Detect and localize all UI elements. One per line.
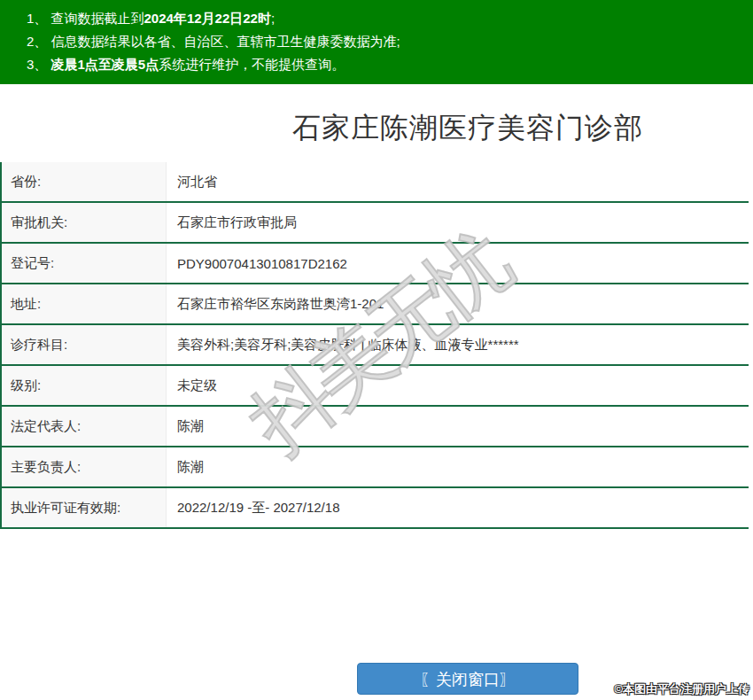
notice-text: 1、 查询数据截止到 — [27, 11, 144, 26]
button-row: 〖关闭窗口〗 — [0, 663, 753, 695]
notice-item: 2、 信息数据结果以各省、自治区、直辖市卫生健康委数据为准; — [27, 30, 744, 53]
page-title: 石家庄陈潮医疗美容门诊部 — [182, 113, 753, 142]
notice-text: ; — [271, 11, 275, 26]
table-row: 级别: 未定级 — [2, 366, 749, 407]
field-label: 省份: — [2, 162, 167, 201]
notice-text: 2、 信息数据结果以各省、自治区、直辖市卫生健康委数据为准; — [27, 34, 400, 49]
field-label: 法定代表人: — [2, 407, 167, 446]
notice-bold-text: 2024年12月22日22时 — [144, 11, 271, 26]
field-value: 河北省 — [167, 162, 217, 201]
field-label: 诊疗科目: — [2, 325, 167, 364]
table-row: 诊疗科目: 美容外科;美容牙科;美容皮肤科 | 临床体液、血液专业****** — [2, 325, 749, 366]
field-label: 登记号: — [2, 244, 167, 283]
field-value: 未定级 — [167, 366, 217, 405]
field-label: 主要负责人: — [2, 447, 167, 486]
notice-item: 1、 查询数据截止到2024年12月22日22时; — [27, 7, 744, 30]
field-value: PDY90070413010817D2162 — [167, 244, 347, 283]
table-row: 法定代表人: 陈潮 — [2, 407, 749, 447]
table-row: 审批机关: 石家庄市行政审批局 — [2, 203, 749, 244]
table-row: 地址: 石家庄市裕华区东岗路世奥湾1-201 — [2, 284, 749, 325]
info-table: 省份: 河北省 审批机关: 石家庄市行政审批局 登记号: PDY90070413… — [0, 162, 749, 529]
field-value: 石家庄市裕华区东岗路世奥湾1-201 — [167, 284, 384, 323]
field-value: 石家庄市行政审批局 — [167, 203, 297, 242]
field-value: 美容外科;美容牙科;美容皮肤科 | 临床体液、血液专业****** — [167, 325, 519, 364]
table-row: 登记号: PDY90070413010817D2162 — [2, 244, 749, 284]
close-window-button[interactable]: 〖关闭窗口〗 — [357, 663, 578, 695]
notice-bold-text: 凌晨1点至凌晨5点 — [51, 57, 159, 72]
notice-bar: 1、 查询数据截止到2024年12月22日22时; 2、 信息数据结果以各省、自… — [0, 0, 753, 84]
field-value: 陈潮 — [167, 447, 204, 486]
field-label: 执业许可证有效期: — [2, 488, 167, 527]
table-row: 省份: 河北省 — [2, 162, 749, 203]
field-label: 级别: — [2, 366, 167, 405]
field-value: 陈潮 — [167, 407, 204, 446]
notice-text: 3、 — [27, 57, 51, 72]
table-row: 主要负责人: 陈潮 — [2, 447, 749, 488]
notice-text: 系统进行维护，不能提供查询。 — [159, 57, 345, 72]
field-label: 地址: — [2, 284, 167, 323]
field-label: 审批机关: — [2, 203, 167, 242]
field-value: 2022/12/19 -至- 2027/12/18 — [167, 488, 339, 527]
notice-item: 3、 凌晨1点至凌晨5点系统进行维护，不能提供查询。 — [27, 53, 744, 76]
table-row: 执业许可证有效期: 2022/12/19 -至- 2027/12/18 — [2, 488, 749, 529]
